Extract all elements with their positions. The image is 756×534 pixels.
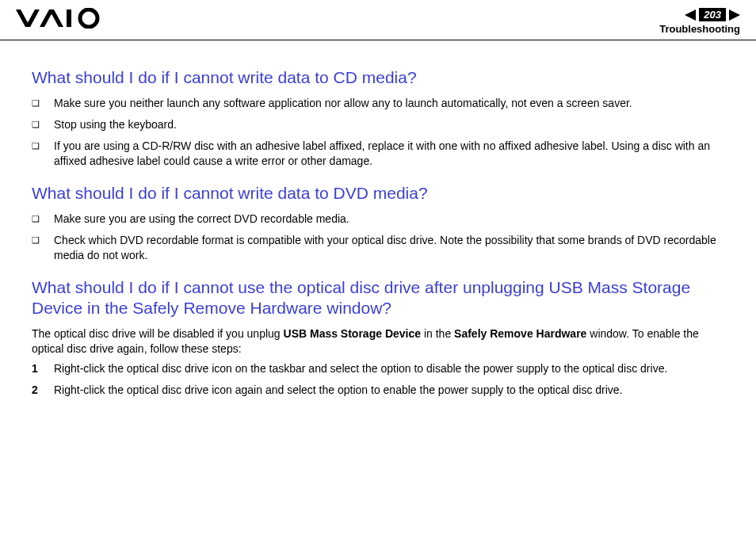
steps-list: 1 Right-click the optical disc drive ico… [32,361,724,398]
next-page-arrow-icon[interactable] [729,10,740,21]
text: The optical disc drive will be disabled … [32,327,284,340]
square-bullet-icon: ❑ [32,96,43,111]
dvd-bullet-list: ❑ Make sure you are using the correct DV… [32,212,724,263]
page-header: 203 Troubleshooting [0,0,756,40]
list-item-text: Stop using the keyboard. [54,117,724,132]
page-nav: 203 [659,8,740,21]
square-bullet-icon: ❑ [32,117,43,132]
text: in the [421,327,454,340]
section-label: Troubleshooting [659,23,740,35]
list-item-text: If you are using a CD-R/RW disc with an … [54,139,724,169]
square-bullet-icon: ❑ [32,139,43,169]
step-number: 1 [32,361,43,376]
list-item: 2 Right-click the optical disc drive ico… [32,383,724,398]
list-item-text: Check which DVD recordable format is com… [54,233,724,263]
list-item: ❑ Make sure you are using the correct DV… [32,212,724,227]
step-number: 2 [32,383,43,398]
square-bullet-icon: ❑ [32,233,43,263]
heading-cd: What should I do if I cannot write data … [32,67,724,88]
bold-text: USB Mass Storage Device [284,327,422,340]
page-content: What should I do if I cannot write data … [0,40,756,420]
list-item-text: Right-click the optical disc drive icon … [54,361,724,376]
bold-text: Safely Remove Hardware [454,327,586,340]
svg-rect-0 [67,10,71,27]
prev-page-arrow-icon[interactable] [685,10,696,21]
list-item: 1 Right-click the optical disc drive ico… [32,361,724,376]
header-right: 203 Troubleshooting [659,8,740,35]
list-item-text: Make sure you are using the correct DVD … [54,212,724,227]
list-item: ❑ If you are using a CD-R/RW disc with a… [32,139,724,169]
intro-paragraph: The optical disc drive will be disabled … [32,326,724,357]
cd-bullet-list: ❑ Make sure you neither launch any softw… [32,96,724,169]
svg-point-1 [80,10,97,27]
list-item: ❑ Stop using the keyboard. [32,117,724,132]
list-item: ❑ Make sure you neither launch any softw… [32,96,724,111]
page-number: 203 [699,8,726,21]
heading-dvd: What should I do if I cannot write data … [32,183,724,204]
list-item: ❑ Check which DVD recordable format is c… [32,233,724,263]
list-item-text: Right-click the optical disc drive icon … [54,383,724,398]
vaio-logo [16,8,103,29]
square-bullet-icon: ❑ [32,212,43,227]
list-item-text: Make sure you neither launch any softwar… [54,96,724,111]
heading-optical: What should I do if I cannot use the opt… [32,277,724,319]
